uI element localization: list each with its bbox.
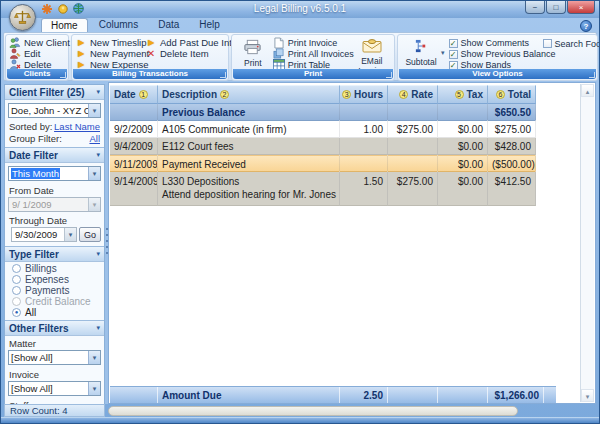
row-comment: Attend deposition hearing for Mr. Jones [162,188,335,201]
date-preset-dropdown-icon[interactable]: ▾ [88,167,100,180]
date-preset-select[interactable]: This Month ▾ [8,166,101,181]
radio-all[interactable]: ● All [5,306,104,317]
new-timeslip-button[interactable]: ▶ New Timeslip [75,37,141,48]
add-past-due-interest-icon: ▶ [145,38,157,47]
radio-icon [12,275,21,284]
footer-amount-total: $1,266.00 [488,387,544,403]
from-date-value: 9/ 1/2009 [9,198,88,211]
maximize-button[interactable]: □ [546,1,566,14]
date-filter-panel: Date Filter ▾ This Month ▾ From Date 9/ … [5,148,104,247]
billing-dialog-launcher[interactable] [220,72,226,78]
sorted-by-label: Sorted by: [9,121,52,132]
radio-billings[interactable]: Billings [5,262,104,273]
column-index-badge: 1 [139,90,148,99]
matter-select-dropdown-icon[interactable]: ▾ [88,351,100,364]
close-button[interactable]: × [567,1,595,14]
clients-dialog-launcher[interactable] [60,72,66,78]
search-footer-label: Search Footer [555,39,600,49]
invoice-select-dropdown-icon[interactable]: ▾ [88,382,100,395]
vertical-scrollbar[interactable]: ▴ ▾ [580,84,594,402]
column-index-badge: 3 [342,90,351,99]
subtotal-button[interactable]: Subtotal [401,37,441,67]
ribbon-group-billing: ▶ New Timeslip ▶ New Payment ▶ New Payme… [71,34,229,81]
minimize-button[interactable]: − [525,1,545,14]
app-window: Legal Billing v6.5.0.1 − □ × Home Column… [0,0,600,424]
radio-icon [12,286,21,295]
from-date-field[interactable]: 9/ 1/2009 ▾ [8,197,101,212]
type-filter-header[interactable]: Type Filter ▾ [5,247,104,262]
edit-client-label: Edit [24,48,40,59]
tab-columns[interactable]: Columns [90,18,147,32]
column-header-total[interactable]: 6Total [488,85,536,104]
sorted-by-link[interactable]: Last Name [54,121,100,132]
radio-payments[interactable]: Payments [5,284,104,295]
show-comments-label: Show Comments [461,38,530,48]
previous-balance-band-row[interactable]: Previous Balance $650.50 [110,104,536,121]
other-filters-header[interactable]: Other Filters ▾ [5,321,104,336]
through-date-calendar-icon[interactable]: ▾ [64,228,76,241]
table-row[interactable]: 9/2/2009 A105 Communicate (in firm) 1.00… [110,121,536,138]
go-button[interactable]: Go [79,227,101,242]
title-bar: Legal Billing v6.5.0.1 − □ × [1,1,599,18]
chevron-down-icon: ▾ [96,250,100,258]
column-header-tax[interactable]: 5Tax [438,85,488,104]
tab-data[interactable]: Data [149,18,188,32]
print-settings-button[interactable]: Print Settings [235,37,271,68]
print-invoice-button[interactable]: Print Invoice [273,37,351,48]
row-count-label: Row Count: 4 [10,405,68,416]
radio-icon [12,264,21,273]
horizontal-scrollbar[interactable] [108,406,518,416]
subtotal-dropdown-icon[interactable]: ▾ [441,49,445,57]
edit-client-button[interactable]: Edit [9,48,65,59]
column-header-date[interactable]: Date1 [110,85,158,104]
amount-due-label: Amount Due [158,387,340,403]
chevron-down-icon: ▾ [96,151,100,159]
delete-item-icon: ✕ [145,48,157,59]
app-menu-button[interactable] [9,4,36,31]
column-header-rate[interactable]: 4Rate [388,85,438,104]
table-row[interactable]: 9/4/2009 E112 Court fees $0.00 $428.00 [110,138,536,155]
view-options-dialog-launcher[interactable] [589,72,595,78]
tab-help[interactable]: Help [190,18,229,32]
print-dialog-launcher[interactable] [386,72,392,78]
column-header-hours[interactable]: 3Hours [340,85,388,104]
client-select-dropdown-icon[interactable]: ▾ [88,104,100,117]
client-select[interactable]: Doe, John - XYZ Corporation ▾ [8,103,101,118]
delete-item-label: Delete Item [160,48,209,59]
date-filter-header[interactable]: Date Filter ▾ [5,148,104,163]
search-footer-checkbox[interactable]: Search Footer [543,38,600,49]
grid-header-row: Date1 Description2 3Hours 4Rate 5Tax 6To… [110,85,536,104]
footer-hours-total: 2.50 [340,387,388,403]
ribbon: New Client Edit Delete Clients [3,32,597,81]
matter-select[interactable]: [Show All] ▾ [8,350,101,365]
clients-group-caption: Clients [7,69,67,79]
radio-expenses[interactable]: Expenses [5,273,104,284]
group-filter-link[interactable]: All [89,133,100,144]
window-title: Legal Billing v6.5.0.1 [1,3,599,14]
invoice-select-value: [Show All] [9,382,88,395]
table-row[interactable]: 9/14/2009 L330 Depositions Attend deposi… [110,172,536,206]
new-payment-button[interactable]: ▶ New Payment [75,48,141,59]
show-comments-checkbox[interactable]: ✓ Show Comments [449,38,539,48]
new-client-button[interactable]: New Client [9,37,65,48]
column-header-description[interactable]: Description2 [158,85,340,104]
print-all-invoices-button[interactable]: Print All Invoices [273,48,351,59]
radio-expenses-label: Expenses [25,274,69,285]
table-row[interactable]: 9/11/2009 Payment Received $0.00 ($500.0… [110,155,536,172]
email-invoice-button[interactable]: EMail Invoice [353,37,391,68]
scroll-down-icon[interactable]: ▾ [581,389,594,402]
date-filter-title: Date Filter [9,150,58,161]
tab-home[interactable]: Home [41,18,88,32]
scroll-up-icon[interactable]: ▴ [581,84,594,97]
matter-select-value: [Show All] [9,351,88,364]
invoice-select[interactable]: [Show All] ▾ [8,381,101,396]
page-icon [273,37,285,49]
show-previous-balance-checkbox[interactable]: ✓ Show Previous Balance [449,49,539,59]
client-filter-header[interactable]: Client Filter (25) ▾ [5,85,104,100]
billing-group-caption: Billing Transactions [73,69,227,79]
status-bar: Row Count: 4 [4,404,105,417]
through-date-field[interactable]: 9/30/2009 ▾ [11,227,77,242]
from-date-calendar-icon[interactable]: ▾ [88,198,100,211]
help-button[interactable]: ? [580,20,592,32]
chevron-down-icon: ▾ [96,324,100,332]
